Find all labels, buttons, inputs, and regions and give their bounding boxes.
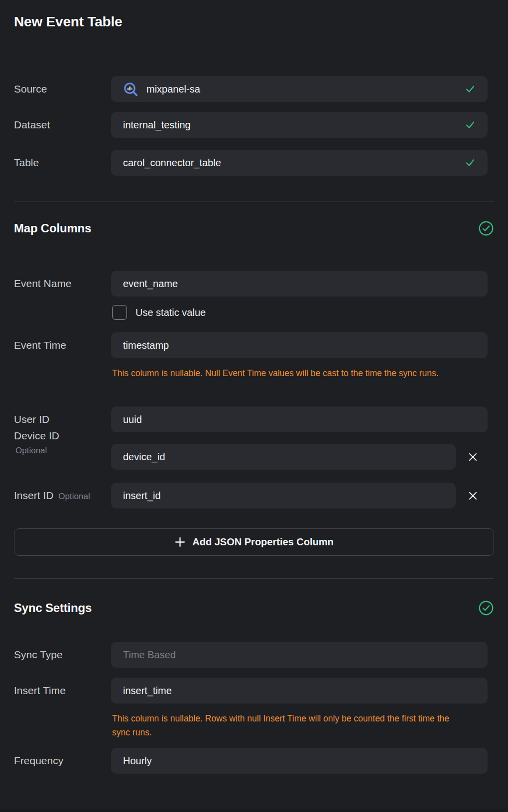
section-divider <box>14 202 494 202</box>
event-name-value: event_name <box>123 278 178 290</box>
event-time-input[interactable]: timestamp <box>111 332 488 358</box>
table-label: Table <box>14 150 39 176</box>
close-icon <box>468 491 478 501</box>
sync-settings-section-title: Sync Settings <box>14 601 92 615</box>
section-complete-icon <box>478 600 494 616</box>
user-id-label: User ID <box>14 406 49 432</box>
use-static-value-checkbox[interactable] <box>112 305 127 320</box>
event-time-label: Event Time <box>14 332 66 358</box>
insert-time-warning: This column is nullable. Rows with null … <box>112 711 461 739</box>
insert-id-clear-button[interactable] <box>465 488 480 503</box>
table-value: carol_connector_table <box>123 157 221 169</box>
add-json-properties-button[interactable]: Add JSON Properties Column <box>14 528 494 556</box>
frequency-value: Hourly <box>123 755 152 767</box>
dataset-value: internal_testing <box>123 119 191 131</box>
insert-time-value: insert_time <box>123 685 172 697</box>
valid-check-icon <box>465 157 476 168</box>
use-static-value-label: Use static value <box>135 307 206 318</box>
source-select[interactable]: mixpanel-sa <box>111 76 488 102</box>
sync-type-input: Time Based <box>111 642 488 668</box>
insert-time-label: Insert Time <box>14 678 66 704</box>
add-json-properties-label: Add JSON Properties Column <box>192 536 333 548</box>
insert-id-label: Insert ID <box>14 490 53 502</box>
frequency-select[interactable]: Hourly <box>111 748 488 774</box>
dataset-select[interactable]: internal_testing <box>111 112 488 138</box>
insert-id-value: insert_id <box>123 490 161 502</box>
page-title: New Event Table <box>14 14 122 30</box>
device-id-clear-button[interactable] <box>465 449 480 464</box>
user-id-input[interactable]: uuid <box>111 406 488 432</box>
device-id-optional-label: Optional <box>14 446 59 456</box>
source-value: mixpanel-sa <box>146 84 200 95</box>
device-id-label: Device ID <box>14 430 59 442</box>
dataset-label: Dataset <box>14 112 50 138</box>
close-icon <box>468 452 478 462</box>
plus-icon <box>174 536 186 548</box>
source-connector-icon <box>123 82 138 97</box>
source-label: Source <box>14 76 47 102</box>
event-time-warning: This column is nullable. Null Event Time… <box>112 366 461 380</box>
user-id-value: uuid <box>123 414 142 425</box>
section-divider <box>14 578 494 579</box>
device-id-input[interactable]: device_id <box>111 444 456 470</box>
sync-type-value: Time Based <box>123 649 176 661</box>
footer-edge <box>0 809 508 812</box>
table-select[interactable]: carol_connector_table <box>111 150 488 176</box>
event-name-label: Event Name <box>14 271 72 297</box>
insert-id-input[interactable]: insert_id <box>111 483 456 508</box>
device-id-value: device_id <box>123 451 165 463</box>
sync-type-label: Sync Type <box>14 642 63 668</box>
event-name-input[interactable]: event_name <box>111 271 488 297</box>
frequency-label: Frequency <box>14 748 63 774</box>
valid-check-icon <box>465 84 476 95</box>
insert-time-input[interactable]: insert_time <box>111 678 488 704</box>
map-columns-section-title: Map Columns <box>14 221 91 235</box>
section-complete-icon <box>478 220 494 236</box>
event-time-value: timestamp <box>123 340 169 351</box>
insert-id-optional-label: Optional <box>58 492 90 502</box>
valid-check-icon <box>465 119 476 130</box>
